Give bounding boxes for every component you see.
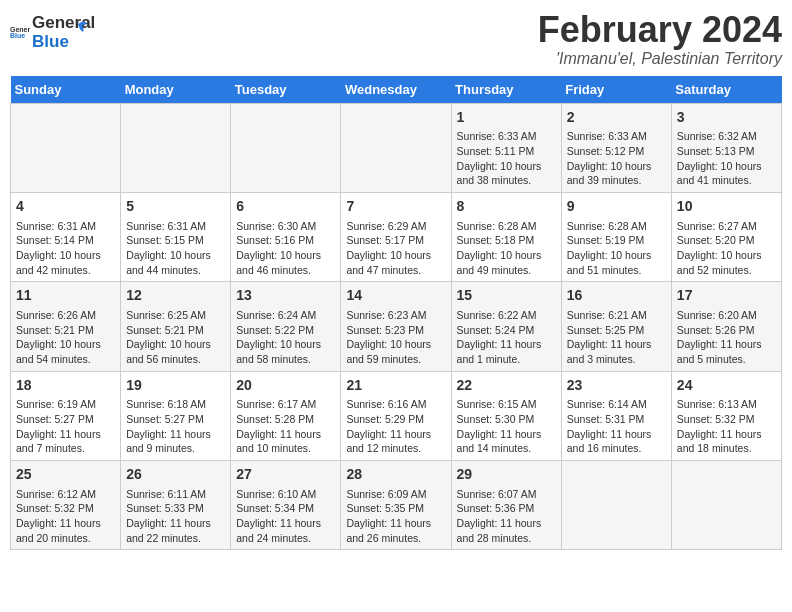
day-number: 18 [16,376,115,396]
day-info: Sunrise: 6:27 AMSunset: 5:20 PMDaylight:… [677,219,776,278]
calendar-cell: 16Sunrise: 6:21 AMSunset: 5:25 PMDayligh… [561,282,671,371]
calendar-table: Sunday Monday Tuesday Wednesday Thursday… [10,76,782,551]
calendar-cell [231,103,341,192]
day-info: Sunrise: 6:20 AMSunset: 5:26 PMDaylight:… [677,308,776,367]
day-number: 2 [567,108,666,128]
day-info: Sunrise: 6:33 AMSunset: 5:11 PMDaylight:… [457,129,556,188]
day-info: Sunrise: 6:15 AMSunset: 5:30 PMDaylight:… [457,397,556,456]
calendar-week-4: 18Sunrise: 6:19 AMSunset: 5:27 PMDayligh… [11,371,782,460]
day-number: 22 [457,376,556,396]
day-number: 29 [457,465,556,485]
day-number: 7 [346,197,445,217]
calendar-cell: 22Sunrise: 6:15 AMSunset: 5:30 PMDayligh… [451,371,561,460]
calendar-cell: 24Sunrise: 6:13 AMSunset: 5:32 PMDayligh… [671,371,781,460]
day-info: Sunrise: 6:25 AMSunset: 5:21 PMDaylight:… [126,308,225,367]
calendar-header: Sunday Monday Tuesday Wednesday Thursday… [11,76,782,104]
day-info: Sunrise: 6:10 AMSunset: 5:34 PMDaylight:… [236,487,335,546]
col-tuesday: Tuesday [231,76,341,104]
calendar-cell: 5Sunrise: 6:31 AMSunset: 5:15 PMDaylight… [121,192,231,281]
day-info: Sunrise: 6:31 AMSunset: 5:15 PMDaylight:… [126,219,225,278]
day-info: Sunrise: 6:13 AMSunset: 5:32 PMDaylight:… [677,397,776,456]
day-number: 12 [126,286,225,306]
calendar-cell: 18Sunrise: 6:19 AMSunset: 5:27 PMDayligh… [11,371,121,460]
col-monday: Monday [121,76,231,104]
day-number: 16 [567,286,666,306]
calendar-cell: 15Sunrise: 6:22 AMSunset: 5:24 PMDayligh… [451,282,561,371]
day-number: 1 [457,108,556,128]
calendar-cell: 26Sunrise: 6:11 AMSunset: 5:33 PMDayligh… [121,460,231,549]
day-number: 6 [236,197,335,217]
day-number: 5 [126,197,225,217]
calendar-cell: 9Sunrise: 6:28 AMSunset: 5:19 PMDaylight… [561,192,671,281]
calendar-cell: 23Sunrise: 6:14 AMSunset: 5:31 PMDayligh… [561,371,671,460]
day-number: 19 [126,376,225,396]
day-number: 3 [677,108,776,128]
calendar-cell: 25Sunrise: 6:12 AMSunset: 5:32 PMDayligh… [11,460,121,549]
calendar-cell: 12Sunrise: 6:25 AMSunset: 5:21 PMDayligh… [121,282,231,371]
day-number: 25 [16,465,115,485]
col-sunday: Sunday [11,76,121,104]
calendar-cell: 8Sunrise: 6:28 AMSunset: 5:18 PMDaylight… [451,192,561,281]
day-number: 27 [236,465,335,485]
day-info: Sunrise: 6:29 AMSunset: 5:17 PMDaylight:… [346,219,445,278]
day-number: 11 [16,286,115,306]
day-info: Sunrise: 6:11 AMSunset: 5:33 PMDaylight:… [126,487,225,546]
calendar-cell: 4Sunrise: 6:31 AMSunset: 5:14 PMDaylight… [11,192,121,281]
calendar-cell: 3Sunrise: 6:32 AMSunset: 5:13 PMDaylight… [671,103,781,192]
calendar-cell [671,460,781,549]
day-number: 8 [457,197,556,217]
col-friday: Friday [561,76,671,104]
calendar-cell: 17Sunrise: 6:20 AMSunset: 5:26 PMDayligh… [671,282,781,371]
day-info: Sunrise: 6:16 AMSunset: 5:29 PMDaylight:… [346,397,445,456]
day-number: 10 [677,197,776,217]
day-number: 14 [346,286,445,306]
day-info: Sunrise: 6:24 AMSunset: 5:22 PMDaylight:… [236,308,335,367]
calendar-cell: 21Sunrise: 6:16 AMSunset: 5:29 PMDayligh… [341,371,451,460]
day-info: Sunrise: 6:31 AMSunset: 5:14 PMDaylight:… [16,219,115,278]
calendar-cell: 27Sunrise: 6:10 AMSunset: 5:34 PMDayligh… [231,460,341,549]
day-info: Sunrise: 6:22 AMSunset: 5:24 PMDaylight:… [457,308,556,367]
day-info: Sunrise: 6:28 AMSunset: 5:18 PMDaylight:… [457,219,556,278]
day-number: 26 [126,465,225,485]
location-title: 'Immanu'el, Palestinian Territory [538,50,782,68]
calendar-cell [121,103,231,192]
day-info: Sunrise: 6:07 AMSunset: 5:36 PMDaylight:… [457,487,556,546]
col-saturday: Saturday [671,76,781,104]
day-info: Sunrise: 6:26 AMSunset: 5:21 PMDaylight:… [16,308,115,367]
calendar-cell: 28Sunrise: 6:09 AMSunset: 5:35 PMDayligh… [341,460,451,549]
calendar-week-1: 1Sunrise: 6:33 AMSunset: 5:11 PMDaylight… [11,103,782,192]
svg-text:Blue: Blue [10,31,25,38]
calendar-cell: 11Sunrise: 6:26 AMSunset: 5:21 PMDayligh… [11,282,121,371]
day-info: Sunrise: 6:33 AMSunset: 5:12 PMDaylight:… [567,129,666,188]
col-thursday: Thursday [451,76,561,104]
title-section: February 2024 'Immanu'el, Palestinian Te… [538,10,782,68]
day-info: Sunrise: 6:32 AMSunset: 5:13 PMDaylight:… [677,129,776,188]
day-number: 20 [236,376,335,396]
day-number: 21 [346,376,445,396]
calendar-cell: 20Sunrise: 6:17 AMSunset: 5:28 PMDayligh… [231,371,341,460]
calendar-cell [341,103,451,192]
calendar-cell: 6Sunrise: 6:30 AMSunset: 5:16 PMDaylight… [231,192,341,281]
day-number: 17 [677,286,776,306]
day-info: Sunrise: 6:09 AMSunset: 5:35 PMDaylight:… [346,487,445,546]
calendar-cell [11,103,121,192]
page-header: General Blue General Blue February 2024 … [10,10,782,68]
day-info: Sunrise: 6:21 AMSunset: 5:25 PMDaylight:… [567,308,666,367]
day-info: Sunrise: 6:14 AMSunset: 5:31 PMDaylight:… [567,397,666,456]
calendar-cell: 14Sunrise: 6:23 AMSunset: 5:23 PMDayligh… [341,282,451,371]
day-number: 15 [457,286,556,306]
logo-icon: General Blue [10,21,30,41]
day-info: Sunrise: 6:17 AMSunset: 5:28 PMDaylight:… [236,397,335,456]
day-info: Sunrise: 6:23 AMSunset: 5:23 PMDaylight:… [346,308,445,367]
calendar-cell: 1Sunrise: 6:33 AMSunset: 5:11 PMDaylight… [451,103,561,192]
month-title: February 2024 [538,10,782,50]
calendar-cell: 10Sunrise: 6:27 AMSunset: 5:20 PMDayligh… [671,192,781,281]
day-info: Sunrise: 6:12 AMSunset: 5:32 PMDaylight:… [16,487,115,546]
day-info: Sunrise: 6:30 AMSunset: 5:16 PMDaylight:… [236,219,335,278]
logo: General Blue General Blue [10,14,89,51]
col-wednesday: Wednesday [341,76,451,104]
calendar-week-3: 11Sunrise: 6:26 AMSunset: 5:21 PMDayligh… [11,282,782,371]
day-number: 28 [346,465,445,485]
day-info: Sunrise: 6:28 AMSunset: 5:19 PMDaylight:… [567,219,666,278]
day-number: 9 [567,197,666,217]
